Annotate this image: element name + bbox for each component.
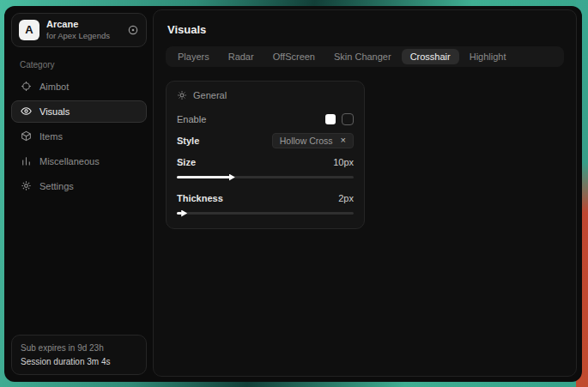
app-header-card: A Arcane for Apex Legends <box>11 13 147 47</box>
sidebar-item-label: Visuals <box>39 106 70 117</box>
main-panel: Visuals Players Radar OffScreen Skin Cha… <box>153 9 577 377</box>
sidebar: A Arcane for Apex Legends Category Aimbo… <box>4 6 153 382</box>
app-logo: A <box>19 20 39 40</box>
tab-skin-changer[interactable]: Skin Changer <box>325 49 400 64</box>
category-label: Category <box>20 60 147 70</box>
eye-icon <box>21 106 32 117</box>
general-panel-header: General <box>177 90 354 100</box>
style-row: Style Hollow Cross × <box>177 131 354 149</box>
tab-players[interactable]: Players <box>169 49 218 64</box>
enable-controls <box>325 113 354 125</box>
size-slider-thumb[interactable] <box>229 174 235 181</box>
tab-radar[interactable]: Radar <box>220 49 263 64</box>
sun-gear-icon <box>177 90 187 100</box>
size-slider[interactable] <box>177 176 354 178</box>
style-label: Style <box>177 136 199 146</box>
thickness-slider-fill <box>177 212 182 215</box>
tab-bar: Players Radar OffScreen Skin Changer Cro… <box>166 46 564 67</box>
style-select[interactable]: Hollow Cross × <box>272 133 354 148</box>
package-icon <box>21 130 32 142</box>
app-subtitle: for Apex Legends <box>46 31 120 41</box>
session-duration-text: Session duration 3m 4s <box>21 355 137 369</box>
thickness-label: Thickness <box>177 193 223 203</box>
sidebar-item-miscellaneous[interactable]: Miscellaneous <box>11 150 147 172</box>
tab-crosshair[interactable]: Crosshair <box>402 49 459 64</box>
enable-row: Enable <box>177 110 354 128</box>
app-window: A Arcane for Apex Legends Category Aimbo… <box>4 6 582 382</box>
gear-icon <box>21 180 32 191</box>
enable-checkbox[interactable] <box>325 114 336 124</box>
sidebar-spacer <box>11 200 147 335</box>
thickness-value: 2px <box>338 193 354 203</box>
sidebar-nav: Aimbot Visuals Items <box>11 76 147 200</box>
sidebar-item-label: Settings <box>39 181 74 191</box>
thickness-slider[interactable] <box>177 212 354 215</box>
sub-expiry-text: Sub expires in 9d 23h <box>21 342 137 355</box>
sidebar-item-label: Aimbot <box>39 82 69 92</box>
thickness-slider-thumb[interactable] <box>181 210 187 217</box>
sidebar-item-items[interactable]: Items <box>11 125 147 148</box>
subscription-info-card: Sub expires in 9d 23h Session duration 3… <box>11 335 147 375</box>
tab-highlight[interactable]: Highlight <box>461 49 515 64</box>
thickness-row: Thickness 2px <box>177 189 354 207</box>
sidebar-item-visuals[interactable]: Visuals <box>11 100 147 123</box>
size-label: Size <box>177 157 196 167</box>
clear-icon[interactable]: × <box>341 136 346 145</box>
size-slider-fill <box>177 176 230 178</box>
keybind-box[interactable] <box>342 113 354 125</box>
size-value: 10px <box>333 157 354 167</box>
bars-icon <box>21 155 32 166</box>
app-name: Arcane <box>46 19 120 31</box>
page-title: Visuals <box>167 23 564 36</box>
general-panel-title: General <box>193 90 227 100</box>
tab-offscreen[interactable]: OffScreen <box>264 49 324 64</box>
style-value: Hollow Cross <box>280 136 333 146</box>
sidebar-item-aimbot[interactable]: Aimbot <box>11 76 147 98</box>
app-meta: Arcane for Apex Legends <box>46 19 120 41</box>
sidebar-item-label: Items <box>39 131 63 142</box>
sidebar-item-label: Miscellaneous <box>39 156 100 166</box>
target-icon[interactable] <box>127 24 139 36</box>
enable-label: Enable <box>177 114 206 124</box>
size-row: Size 10px <box>177 153 354 171</box>
general-panel: General Enable Style Hollow Cross × Size… <box>166 81 365 229</box>
sidebar-item-settings[interactable]: Settings <box>11 175 147 197</box>
crosshair-icon <box>21 81 32 92</box>
